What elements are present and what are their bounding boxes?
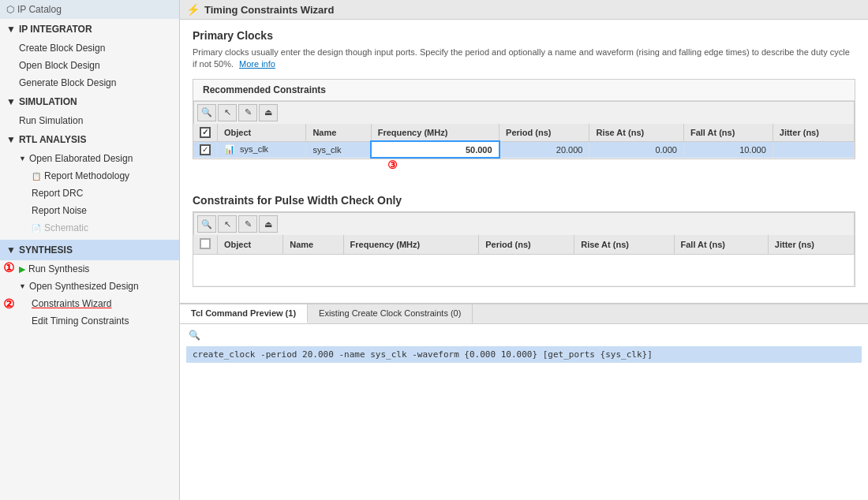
pulse-width-title: Constraints for Pulse Width Check Only (193, 194, 855, 207)
object-icon: 📊 (224, 144, 235, 154)
pulse-width-section: Constraints for Pulse Width Check Only 🔍… (180, 185, 868, 297)
schematic-icon: 📄 (32, 224, 41, 233)
tab-existing-constraints[interactable]: Existing Create Clock Constraints (0) (308, 304, 473, 323)
tab-tcl-preview[interactable]: Tcl Command Preview (1) (180, 304, 308, 323)
pw-col-name: Name (283, 235, 343, 255)
select-button[interactable]: ↖ (218, 104, 237, 121)
table-row: ✓ 📊 sys_clk sys_clk 50.000 ③ 20. (193, 141, 855, 158)
sidebar-section-ip-integrator[interactable]: ▼ IP INTEGRATOR (0, 19, 179, 39)
row-jitter-cell (773, 141, 854, 158)
filter-button-pulse[interactable]: ⏏ (259, 215, 278, 233)
header-checkbox[interactable]: ✓ (200, 127, 211, 138)
col-object: Object (218, 124, 306, 142)
ip-catalog-icon: ⬡ (6, 4, 14, 15)
sidebar-item-run-simulation[interactable]: Run Simulation (0, 112, 179, 129)
col-checkbox: ✓ (193, 124, 218, 142)
col-jitter: Jitter (ns) (773, 124, 854, 142)
sidebar-item-report-methodology[interactable]: 📋 Report Methodology (0, 167, 179, 185)
row-checkbox[interactable]: ✓ (200, 144, 211, 155)
row-fall-at-cell: 10.000 (683, 141, 773, 158)
pw-header-checkbox[interactable] (200, 238, 211, 249)
chevron-down-icon-rtl: ▼ (6, 134, 16, 145)
sidebar-item-generate-block-design[interactable]: Generate Block Design (0, 74, 179, 91)
pw-col-rise-at: Rise At (ns) (574, 235, 674, 255)
search-button-pulse[interactable]: 🔍 (197, 215, 216, 233)
run-synthesis-icon: ▶ (19, 264, 25, 274)
sidebar-section-simulation[interactable]: ▼ SIMULATION (0, 91, 179, 112)
col-fall-at: Fall At (ns) (683, 124, 773, 142)
sidebar-item-report-drc[interactable]: Report DRC (0, 185, 179, 202)
recommended-constraints-label: Recommended Constraints (193, 80, 855, 101)
annotation-3: ③ (387, 159, 398, 171)
sidebar-item-schematic[interactable]: 📄 Schematic (0, 219, 179, 237)
bottom-tab-bar: Tcl Command Preview (1) Existing Create … (180, 304, 868, 324)
row-object-cell: 📊 sys_clk (218, 141, 306, 158)
primary-clocks-desc: Primary clocks usually enter the design … (193, 47, 855, 71)
pw-col-frequency: Frequency (MHz) (343, 235, 479, 255)
row-frequency-cell[interactable]: 50.000 ③ (371, 141, 499, 158)
sidebar-item-report-noise[interactable]: Report Noise (0, 202, 179, 219)
sidebar-item-constraints-wizard[interactable]: ② Constraints Wizard (0, 295, 179, 312)
chevron-down-icon-synth: ▼ (6, 244, 16, 256)
table-toolbar-pulse: 🔍 ↖ ✎ ⏏ (193, 212, 855, 235)
report-methodology-icon: 📋 (32, 172, 41, 181)
sidebar-section-synthesis[interactable]: ▼ SYNTHESIS (0, 240, 179, 260)
pw-col-period: Period (ns) (479, 235, 574, 255)
row-checkbox-cell: ✓ (193, 141, 218, 158)
pw-col-object: Object (218, 235, 283, 255)
page-title: Timing Constraints Wizard (204, 4, 334, 16)
wizard-icon: ⚡ (186, 3, 200, 16)
table-toolbar-primary: 🔍 ↖ ✎ ⏏ (193, 101, 855, 124)
annotation-1: ① (3, 260, 14, 275)
chevron-down-icon-elab: ▼ (19, 155, 26, 162)
col-period: Period (ns) (499, 124, 589, 142)
primary-clocks-section: Primary Clocks Primary clocks usually en… (180, 20, 868, 169)
pw-col-jitter: Jitter (ns) (768, 235, 854, 255)
more-info-link[interactable]: More info (239, 59, 275, 69)
title-bar: ⚡ Timing Constraints Wizard (180, 0, 868, 20)
sidebar-item-create-block-design[interactable]: Create Block Design (0, 39, 179, 57)
pulse-width-table: Object Name Frequency (MHz) Period (ns) … (193, 235, 855, 286)
chevron-down-icon-sim: ▼ (6, 96, 16, 107)
recommended-constraints-wrapper: Recommended Constraints 🔍 ↖ ✎ ⏏ ✓ Objec (193, 79, 855, 160)
col-rise-at: Rise At (ns) (589, 124, 683, 142)
select-button-pulse[interactable]: ↖ (218, 215, 237, 233)
sidebar: ⬡ IP Catalog ▼ IP INTEGRATOR Create Bloc… (0, 0, 180, 500)
pulse-width-table-wrapper: 🔍 ↖ ✎ ⏏ Object Name Frequency (MHz) (193, 211, 855, 287)
search-button[interactable]: 🔍 (197, 104, 216, 121)
sidebar-item-open-block-design[interactable]: Open Block Design (0, 57, 179, 74)
pw-empty-row (193, 255, 855, 286)
sidebar-item-edit-timing-constraints[interactable]: Edit Timing Constraints (0, 312, 179, 330)
sidebar-item-open-synthesized-design[interactable]: ▼ Open Synthesized Design (0, 278, 179, 295)
edit-button[interactable]: ✎ (238, 104, 257, 121)
row-rise-at-cell: 0.000 (589, 141, 683, 158)
annotation-2: ② (3, 297, 14, 312)
pw-col-fall-at: Fall At (ns) (674, 235, 768, 255)
command-line: create_clock -period 20.000 -name sys_cl… (186, 346, 862, 363)
primary-clocks-table: ✓ Object Name Frequency (MHz) Period (ns… (193, 124, 855, 159)
col-frequency: Frequency (MHz) (371, 124, 499, 142)
chevron-down-icon: ▼ (6, 24, 16, 35)
row-name-cell: sys_clk (306, 141, 371, 158)
cmd-preview-area: 🔍 create_clock -period 20.000 -name sys_… (180, 324, 868, 366)
chevron-down-icon-synth2: ▼ (19, 282, 26, 290)
cmd-search-bar: 🔍 (186, 327, 862, 343)
sidebar-item-open-elaborated-design[interactable]: ▼ Open Elaborated Design (0, 150, 179, 167)
bottom-section: Tcl Command Preview (1) Existing Create … (180, 303, 868, 366)
filter-button[interactable]: ⏏ (259, 104, 278, 121)
search-icon: 🔍 (189, 330, 200, 341)
primary-clocks-title: Primary Clocks (193, 29, 855, 42)
sidebar-item-ip-catalog[interactable]: ⬡ IP Catalog (0, 0, 179, 19)
main-content: ⚡ Timing Constraints Wizard Primary Cloc… (180, 0, 868, 500)
pw-col-checkbox (193, 235, 218, 255)
sidebar-item-run-synthesis[interactable]: ▶ Run Synthesis ① (0, 260, 179, 278)
row-period-cell: 20.000 (499, 141, 589, 158)
content-area: Primary Clocks Primary clocks usually en… (180, 20, 868, 500)
col-name: Name (306, 124, 371, 142)
edit-button-pulse[interactable]: ✎ (238, 215, 257, 233)
sidebar-section-rtl-analysis[interactable]: ▼ RTL ANALYSIS (0, 129, 179, 150)
